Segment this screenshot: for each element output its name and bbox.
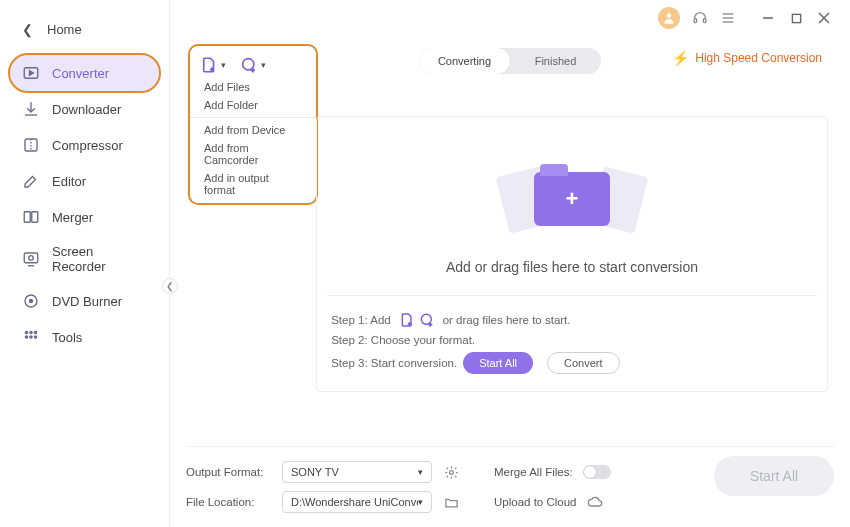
sidebar-item-merger[interactable]: Merger [10, 199, 159, 235]
merger-icon [22, 208, 40, 226]
menu-item-add-from-camcorder[interactable]: Add from Camcorder [190, 139, 316, 169]
svg-rect-10 [24, 68, 38, 79]
svg-rect-13 [24, 212, 30, 223]
sidebar-item-label: Editor [52, 174, 86, 189]
menu-item-add-files[interactable]: Add Files [190, 78, 316, 96]
menu-item-add-from-device[interactable]: Add from Device [190, 121, 316, 139]
convert-button[interactable]: Convert [547, 352, 620, 374]
dvd-burner-icon [22, 292, 40, 310]
step-1-suffix: or drag files here to start. [443, 314, 571, 326]
add-file-button[interactable]: ▾ [200, 56, 226, 74]
start-all-button[interactable]: Start All [463, 352, 533, 374]
sidebar-item-label: Compressor [52, 138, 123, 153]
svg-point-16 [29, 256, 34, 261]
sidebar-item-screen-recorder[interactable]: Screen Recorder [10, 235, 159, 283]
svg-point-24 [34, 336, 36, 338]
svg-point-35 [449, 470, 453, 474]
file-location-label: File Location: [186, 496, 272, 508]
svg-point-21 [34, 331, 36, 333]
chevron-down-icon: ▾ [418, 497, 423, 507]
svg-point-23 [30, 336, 32, 338]
sidebar-item-label: Downloader [52, 102, 121, 117]
sidebar-item-converter[interactable]: Converter [10, 55, 159, 91]
sidebar-item-compressor[interactable]: Compressor [10, 127, 159, 163]
file-location-select[interactable]: D:\Wondershare UniConverter 1 ▾ [282, 491, 432, 513]
plus-icon: + [566, 186, 579, 212]
step-3: Step 3: Start conversion. [331, 357, 457, 369]
mode-tabs: Converting Finished [419, 48, 601, 74]
tools-icon [22, 328, 40, 346]
compressor-icon [22, 136, 40, 154]
svg-point-18 [30, 300, 33, 303]
chevron-down-icon: ▾ [261, 60, 266, 70]
sidebar-item-editor[interactable]: Editor [10, 163, 159, 199]
svg-rect-15 [24, 253, 38, 263]
merge-label: Merge All Files: [494, 466, 573, 478]
add-url-button[interactable]: ▾ [240, 56, 266, 74]
tab-converting[interactable]: Converting [419, 48, 510, 74]
folder-illustration: + [512, 159, 632, 239]
svg-rect-14 [32, 212, 38, 223]
sidebar-item-label: Merger [52, 210, 93, 225]
menu-item-add-folder[interactable]: Add Folder [190, 96, 316, 114]
svg-point-19 [25, 331, 27, 333]
converter-icon [22, 64, 40, 82]
step-1-prefix: Step 1: Add [331, 314, 390, 326]
sidebar-item-label: Tools [52, 330, 82, 345]
back-icon: ❮ [22, 22, 33, 37]
merge-toggle[interactable] [583, 465, 611, 479]
chevron-down-icon: ▾ [221, 60, 226, 70]
screen-recorder-icon [22, 250, 40, 268]
drop-zone[interactable]: + Add or drag files here to start conver… [316, 116, 828, 392]
menu-item-add-in-output-format[interactable]: Add in output format [190, 169, 316, 199]
svg-marker-11 [30, 71, 34, 76]
chevron-down-icon: ▾ [418, 467, 423, 477]
sidebar-item-label: Screen Recorder [52, 244, 147, 274]
sidebar-item-tools[interactable]: Tools [10, 319, 159, 355]
add-url-icon [419, 312, 435, 328]
start-all-main-button[interactable]: Start All [714, 456, 834, 496]
sidebar: ❮ Home ConverterDownloaderCompressorEdit… [0, 0, 170, 527]
editor-icon [22, 172, 40, 190]
svg-point-20 [30, 331, 32, 333]
output-format-label: Output Format: [186, 466, 272, 478]
bolt-icon: ⚡ [672, 50, 689, 66]
settings-gear-icon[interactable] [442, 463, 460, 481]
sidebar-item-dvd-burner[interactable]: DVD Burner [10, 283, 159, 319]
step-2: Step 2: Choose your format. [331, 334, 475, 346]
output-format-select[interactable]: SONY TV ▾ [282, 461, 432, 483]
high-speed-conversion[interactable]: ⚡ High Speed Conversion [672, 50, 822, 66]
add-menu-callout: ▾ ▾ Add FilesAdd Folder Add from DeviceA… [188, 44, 318, 205]
main-panel: Converting Finished ⚡ High Speed Convers… [170, 0, 850, 527]
cloud-icon[interactable] [586, 493, 604, 511]
folder-open-icon[interactable] [442, 493, 460, 511]
drop-zone-headline: Add or drag files here to start conversi… [446, 259, 698, 275]
steps-list: Step 1: Add or drag files here to start.… [327, 296, 817, 390]
sidebar-item-label: Converter [52, 66, 109, 81]
tab-finished[interactable]: Finished [510, 48, 601, 74]
add-file-icon [399, 312, 415, 328]
upload-label: Upload to Cloud [494, 496, 576, 508]
downloader-icon [22, 100, 40, 118]
svg-point-22 [25, 336, 27, 338]
sidebar-item-label: DVD Burner [52, 294, 122, 309]
sidebar-item-downloader[interactable]: Downloader [10, 91, 159, 127]
home-label: Home [47, 22, 82, 37]
home-nav[interactable]: ❮ Home [0, 12, 169, 55]
